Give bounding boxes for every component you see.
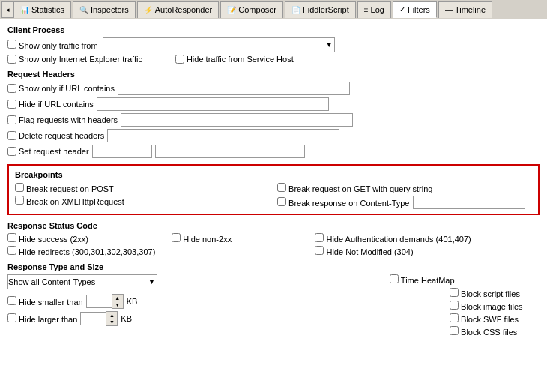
smaller-decrement-button[interactable]: ▼ [112, 301, 123, 308]
break-response-label: Break response on Content-Type [277, 197, 410, 208]
break-get-label: Break request on GET with query string [277, 183, 532, 193]
filters-content: Client Process Show only traffic from Al… [0, 19, 547, 392]
size-rows: Hide smaller than 1 ▲ ▼ KB [7, 294, 375, 326]
show-url-checkbox[interactable] [7, 84, 16, 93]
time-heatmap-text: Time HeatMap [401, 276, 455, 285]
tab-fiddlerscript[interactable]: 📄 FiddlerScript [285, 1, 356, 18]
block-image-checkbox[interactable] [450, 301, 459, 310]
show-traffic-row: Show only traffic from All Processes ▼ [7, 37, 540, 52]
hide-redirects-text: Hide redirects (300,301,302,303,307) [19, 247, 155, 256]
hide-service-host-checkbox[interactable] [175, 55, 184, 64]
tab-autoresponder[interactable]: ⚡ AutoResponder [137, 1, 219, 18]
show-url-row: Show only if URL contains [7, 82, 540, 95]
block-swf-label: Block SWF files [450, 313, 540, 324]
tab-scroll-button[interactable]: ◂ [1, 1, 13, 18]
process-dropdown-container: All Processes ▼ [103, 37, 335, 52]
hide-larger-text: Hide larger than [19, 315, 77, 324]
larger-spinner-buttons: ▲ ▼ [106, 311, 118, 326]
hide-success-checkbox[interactable] [7, 233, 16, 242]
block-script-checkbox[interactable] [450, 288, 459, 297]
smaller-spinner-buttons: ▲ ▼ [112, 294, 124, 309]
break-xml-checkbox[interactable] [15, 196, 24, 205]
hide-non2xx-checkbox[interactable] [172, 233, 181, 242]
break-response-checkbox[interactable] [277, 197, 286, 206]
tab-timeline[interactable]: — Timeline [438, 1, 492, 18]
hide-larger-row: Hide larger than 1 ▲ ▼ KB [7, 311, 375, 326]
break-response-input[interactable] [413, 196, 525, 209]
hide-not-modified-label: Hide Not Modified (304) [315, 246, 540, 256]
response-status-title: Response Status Code [7, 221, 540, 230]
break-response-text: Break response on Content-Type [288, 199, 409, 208]
tab-composer[interactable]: 📝 Composer [220, 1, 283, 18]
content-type-dropdown[interactable]: Show all Content-Types Images Scripts CS… [7, 274, 157, 289]
set-header-row: Set request header [7, 145, 540, 158]
break-get-text: Break request on GET with query string [288, 184, 432, 193]
block-swf-checkbox[interactable] [450, 313, 459, 322]
hide-smaller-spinner: 1 ▲ ▼ [86, 294, 124, 309]
request-headers-title: Request Headers [7, 70, 540, 79]
show-url-input[interactable] [118, 82, 350, 95]
response-type-title: Response Type and Size [7, 262, 540, 271]
block-image-label: Block image files [450, 301, 540, 311]
breakpoints-title: Breakpoints [15, 170, 532, 179]
block-css-checkbox[interactable] [450, 326, 459, 335]
larger-increment-button[interactable]: ▲ [106, 312, 117, 319]
hide-auth-checkbox[interactable] [315, 233, 324, 242]
tab-filters[interactable]: ✓ Filters [393, 1, 437, 18]
break-post-checkbox[interactable] [15, 183, 24, 192]
block-script-label: Block script files [450, 288, 540, 298]
show-traffic-text: Show only traffic from [19, 41, 98, 50]
hide-larger-spinner: 1 ▲ ▼ [80, 311, 118, 326]
tab-log[interactable]: ≡ Log [357, 1, 391, 18]
hide-smaller-row: Hide smaller than 1 ▲ ▼ KB [7, 294, 375, 309]
ie-traffic-checkbox[interactable] [7, 55, 16, 64]
tab-inspectors[interactable]: 🔍 Inspectors [73, 1, 136, 18]
response-type-layout: Show all Content-Types Images Scripts CS… [7, 274, 540, 337]
status-grid: Hide success (2xx) Hide non-2xx Hide Aut… [7, 233, 540, 256]
time-heatmap-label: Time HeatMap [390, 276, 455, 285]
block-files-col: Block script files Block image files Blo… [450, 288, 540, 337]
hide-smaller-checkbox[interactable] [7, 296, 16, 305]
hide-redirects-checkbox[interactable] [7, 246, 16, 255]
hide-smaller-input[interactable]: 1 [86, 295, 112, 308]
hide-larger-input[interactable]: 1 [80, 312, 106, 325]
smaller-increment-button[interactable]: ▲ [112, 295, 123, 301]
delete-headers-label: Delete request headers [7, 131, 104, 140]
hide-non2xx-label: Hide non-2xx [172, 233, 300, 244]
inspectors-icon: 🔍 [79, 6, 88, 14]
time-heatmap-row: Time HeatMap [390, 274, 540, 285]
ie-traffic-label: Show only Internet Explorer traffic [7, 55, 142, 64]
filters-icon: ✓ [399, 5, 405, 13]
tab-statistics[interactable]: 📊 Statistics [13, 1, 71, 18]
break-get-checkbox[interactable] [277, 183, 286, 192]
hide-url-input[interactable] [97, 97, 329, 111]
hide-smaller-text: Hide smaller than [19, 298, 83, 307]
hide-auth-text: Hide Authentication demands (401,407) [326, 235, 471, 244]
block-image-text: Block image files [461, 302, 523, 311]
delete-headers-row: Delete request headers [7, 129, 540, 142]
show-traffic-checkbox[interactable] [7, 40, 16, 49]
response-type-left: Show all Content-Types Images Scripts CS… [7, 274, 375, 326]
show-traffic-label: Show only traffic from [7, 40, 98, 50]
larger-decrement-button[interactable]: ▼ [106, 319, 117, 325]
delete-headers-checkbox[interactable] [7, 131, 16, 140]
set-header-checkbox[interactable] [7, 147, 16, 156]
break-post-text: Break request on POST [26, 184, 114, 193]
time-heatmap-checkbox[interactable] [390, 274, 399, 283]
hide-not-modified-checkbox[interactable] [315, 246, 324, 255]
client-process-title: Client Process [7, 25, 540, 34]
process-dropdown[interactable]: All Processes [103, 37, 335, 52]
flag-requests-input[interactable] [121, 113, 353, 127]
hide-larger-checkbox[interactable] [7, 313, 16, 322]
hide-url-checkbox[interactable] [7, 100, 16, 109]
composer-icon: 📝 [227, 6, 236, 14]
autoresponder-icon: ⚡ [144, 6, 153, 14]
flag-requests-label: Flag requests with headers [7, 115, 118, 124]
show-url-text: Show only if URL contains [19, 84, 115, 93]
client-process-section: Client Process Show only traffic from Al… [7, 25, 540, 64]
set-header-value-input[interactable] [155, 145, 305, 158]
flag-requests-checkbox[interactable] [7, 115, 16, 124]
delete-headers-input[interactable] [107, 129, 339, 142]
set-header-name-input[interactable] [92, 145, 152, 158]
break-post-label: Break request on POST [15, 183, 270, 193]
